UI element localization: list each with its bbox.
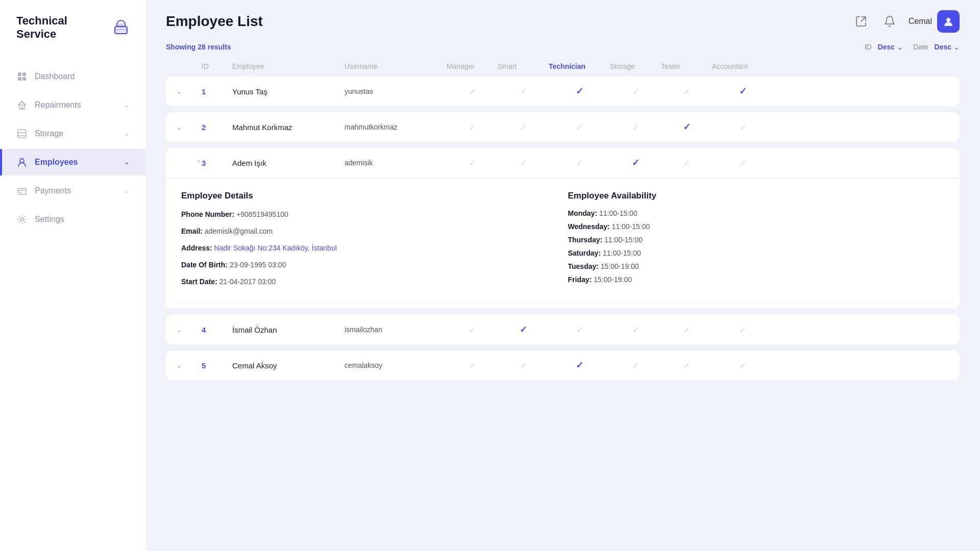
id-sort-label: ID <box>865 43 872 51</box>
employee-name: Adem Işık <box>232 159 345 167</box>
svg-point-10 <box>20 159 24 163</box>
tester-check: ✓ <box>661 361 712 370</box>
employee-name: Cemal Aksoy <box>232 361 345 370</box>
svg-rect-8 <box>21 107 23 109</box>
avail-thursday: Thursday: 11:00-15:00 <box>568 236 945 244</box>
avail-day: Monday: <box>568 209 598 217</box>
showing-count: 28 <box>198 43 207 51</box>
avail-monday: Monday: 11:00-15:00 <box>568 209 945 217</box>
svg-rect-11 <box>18 188 26 194</box>
svg-rect-12 <box>19 192 21 193</box>
employee-id: 3 <box>202 159 232 167</box>
smart-check: ✓ <box>498 122 549 132</box>
employee-username: ismailozhan <box>345 325 447 334</box>
sidebar-item-label: Repairments <box>35 101 117 110</box>
storage-check: ✓ <box>610 122 661 132</box>
smart-check: ✓ <box>498 361 549 370</box>
employee-username: ademisik <box>345 159 447 167</box>
accountant-check: ✓ <box>712 122 773 132</box>
availability-section-title: Employee Availability <box>568 191 945 201</box>
employee-table: ID Employee Username Manager Smart Techn… <box>166 60 960 380</box>
sidebar-item-dashboard[interactable]: Dashboard <box>0 63 145 90</box>
employee-id: 5 <box>202 361 232 370</box>
employee-username: cemalaksoy <box>345 361 447 369</box>
detail-email: Email: ademisik@gmail.com <box>181 226 558 237</box>
svg-rect-5 <box>18 77 21 81</box>
employee-row-5: ⌄ 5 Cemal Aksoy cemalaksoy ✓ ✓ ✓ ✓ ✓ ✓ <box>166 350 960 380</box>
sidebar-item-label: Dashboard <box>35 72 129 81</box>
col-manager: Manager <box>447 60 498 72</box>
sidebar-item-label: Settings <box>35 215 129 224</box>
col-smart: Smart <box>498 60 549 72</box>
sidebar-item-payments[interactable]: Payments ⌄ <box>0 178 145 204</box>
sidebar-item-employees[interactable]: Employees ⌄ <box>0 149 145 176</box>
tester-check: ✓ <box>661 87 712 96</box>
employee-name: Yunus Taş <box>232 87 345 96</box>
technician-check: ✓ <box>549 86 610 97</box>
accountant-check: ✓ <box>712 86 773 97</box>
avail-day: Tuesday: <box>568 262 599 270</box>
chevron-down-icon: ⌄ <box>124 159 129 166</box>
export-button[interactable] <box>851 12 871 31</box>
sidebar-item-label: Employees <box>35 158 117 167</box>
storage-check: ✓ <box>610 325 661 335</box>
smart-check: ✓ <box>498 87 549 96</box>
svg-point-13 <box>20 218 23 221</box>
row-expand-button-5[interactable]: ⌄ <box>176 361 202 369</box>
avail-day: Thursday: <box>568 236 603 244</box>
tester-check: ✓ <box>661 121 712 133</box>
svg-rect-4 <box>22 72 26 76</box>
detail-dob: Date Of Birth: 23-09-1995 03:00 <box>181 260 558 270</box>
sidebar-item-settings[interactable]: Settings <box>0 206 145 233</box>
sidebar-item-storage[interactable]: Storage ⌄ <box>0 120 145 147</box>
address-value[interactable]: Nadir Sokağı No:234 Kadıköy, İstanbul <box>214 244 337 252</box>
id-sort-button[interactable]: ID Desc⌄ <box>865 43 903 51</box>
repair-icon <box>16 99 28 111</box>
avail-wednesday: Wednesday: 11:00-15:00 <box>568 222 945 231</box>
row-expand-button-2[interactable]: ⌄ <box>176 123 202 131</box>
showing-text: Showing 28 results <box>166 43 231 51</box>
employee-id: 2 <box>202 123 232 132</box>
row-expand-button-4[interactable]: ⌄ <box>176 325 202 334</box>
start-date-label: Start Date: <box>181 278 217 286</box>
id-sort-chevron: ⌄ <box>897 43 903 51</box>
manager-check: ✓ <box>447 122 498 132</box>
sidebar-nav: Dashboard Repairments ⌄ Storage ⌄ <box>0 55 145 241</box>
row-expand-button-3[interactable]: ⌄ <box>176 159 202 167</box>
date-sort-value: Desc <box>935 43 951 51</box>
employees-icon <box>16 157 28 168</box>
svg-rect-6 <box>22 77 26 81</box>
content-area: Showing 28 results ID Desc⌄ Date Desc⌄ I… <box>145 38 980 551</box>
avail-hours: 11:00-15:00 <box>612 222 650 231</box>
sidebar: Technical Service Dashboard <box>0 0 145 551</box>
sidebar-item-repairments[interactable]: Repairments ⌄ <box>0 92 145 118</box>
svg-rect-3 <box>18 72 21 76</box>
storage-check: ✓ <box>610 361 661 370</box>
svg-rect-2 <box>118 23 124 28</box>
avail-hours: 11:00-15:00 <box>603 249 641 257</box>
col-technician: Technician <box>549 60 610 72</box>
avail-hours: 15:00-19:00 <box>601 262 639 270</box>
notifications-button[interactable] <box>880 12 899 31</box>
col-toggle <box>176 60 202 72</box>
details-section-title: Employee Details <box>181 191 558 201</box>
detail-address: Address: Nadir Sokağı No:234 Kadıköy, İs… <box>181 243 558 254</box>
sidebar-item-label: Payments <box>35 186 117 195</box>
employee-name: Mahmut Korkmaz <box>232 123 345 132</box>
user-menu[interactable]: Cemal <box>909 10 960 33</box>
manager-check: ✓ <box>447 87 498 96</box>
avail-hours: 11:00-15:00 <box>599 209 638 217</box>
sidebar-item-label: Storage <box>35 129 117 138</box>
logo-text: Technical Service <box>16 14 108 41</box>
app-logo: Technical Service <box>0 0 145 55</box>
employee-id: 1 <box>202 87 232 96</box>
date-sort-button[interactable]: Date Desc⌄ <box>913 43 960 51</box>
svg-rect-0 <box>115 27 127 34</box>
dob-value: 23-09-1995 03:00 <box>230 261 286 269</box>
row-expand-button-1[interactable]: ⌄ <box>176 87 202 95</box>
address-label: Address: <box>181 244 212 252</box>
accountant-check: ✓ <box>712 361 773 370</box>
dob-label: Date Of Birth: <box>181 261 228 269</box>
avail-day: Saturday: <box>568 249 601 257</box>
email-value: ademisik@gmail.com <box>205 227 273 235</box>
